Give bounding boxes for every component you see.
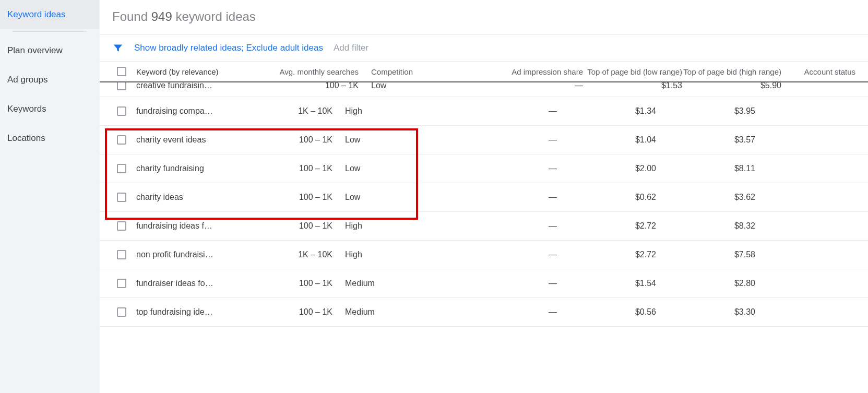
competition-cell: Medium xyxy=(332,279,437,288)
share-cell: — xyxy=(437,279,557,288)
keyword-cell: fundraiser ideas fo… xyxy=(134,279,228,288)
col-header-bid-high[interactable]: Top of page bid (high range) xyxy=(682,67,781,76)
competition-cell: Low xyxy=(332,135,437,145)
col-header-competition[interactable]: Competition xyxy=(359,67,463,76)
bid-high-cell: $7.58 xyxy=(656,250,755,259)
table-row[interactable]: charity ideas100 – 1KLow—$0.62$3.62 xyxy=(100,183,868,212)
row-checkbox[interactable] xyxy=(117,221,126,231)
bid-low-cell: $2.72 xyxy=(557,250,656,259)
sidebar-divider xyxy=(13,31,87,32)
searches-cell: 100 – 1K xyxy=(254,82,359,90)
table-row[interactable]: top fundraising ide…100 – 1KMedium—$0.56… xyxy=(100,298,868,327)
filter-bar: Show broadly related ideas; Exclude adul… xyxy=(100,34,868,62)
bid-high-cell: $3.95 xyxy=(656,106,755,116)
bid-low-cell: $0.56 xyxy=(557,307,656,317)
searches-cell: 100 – 1K xyxy=(228,164,332,173)
sidebar-item-keywords[interactable]: Keywords xyxy=(0,94,99,124)
row-checkbox[interactable] xyxy=(117,279,126,288)
competition-cell: High xyxy=(332,106,437,116)
sidebar-item-ad-groups[interactable]: Ad groups xyxy=(0,65,99,94)
searches-cell: 100 – 1K xyxy=(228,221,332,231)
share-cell: — xyxy=(437,221,557,231)
share-cell: — xyxy=(463,82,583,90)
row-checkbox[interactable] xyxy=(117,164,126,173)
keyword-cell: fundraising ideas f… xyxy=(134,221,228,231)
col-header-keyword[interactable]: Keyword (by relevance) xyxy=(134,67,254,76)
searches-cell: 100 – 1K xyxy=(228,193,332,202)
competition-cell: Low xyxy=(332,164,437,173)
table-row[interactable]: non profit fundraisi…1K – 10KHigh—$2.72$… xyxy=(100,241,868,269)
keyword-cell: charity event ideas xyxy=(134,135,228,145)
keyword-cell: creative fundraisin… xyxy=(134,82,254,90)
found-count: 949 xyxy=(151,9,172,23)
share-cell: — xyxy=(437,106,557,116)
row-checkbox[interactable] xyxy=(117,250,126,259)
row-checkbox[interactable] xyxy=(117,307,126,317)
col-header-account-status[interactable]: Account status xyxy=(781,67,855,76)
row-checkbox[interactable] xyxy=(117,135,126,145)
bid-low-cell: $1.04 xyxy=(557,135,656,145)
competition-cell: Low xyxy=(332,193,437,202)
searches-cell: 1K – 10K xyxy=(228,250,332,259)
col-header-impression-share[interactable]: Ad impression share xyxy=(463,67,583,76)
searches-cell: 100 – 1K xyxy=(228,135,332,145)
bid-high-cell: $8.32 xyxy=(656,221,755,231)
row-checkbox[interactable] xyxy=(117,82,126,90)
main-content: Found 949 keyword ideas Show broadly rel… xyxy=(99,0,868,393)
found-prefix: Found xyxy=(112,9,151,23)
bid-high-cell: $5.90 xyxy=(682,82,781,90)
filter-icon[interactable] xyxy=(112,42,124,54)
found-suffix: keyword ideas xyxy=(172,9,256,23)
share-cell: — xyxy=(437,193,557,202)
add-filter-button[interactable]: Add filter xyxy=(334,43,368,53)
select-all-cell xyxy=(109,67,134,76)
bid-high-cell: $2.80 xyxy=(656,279,755,288)
bid-low-cell: $1.54 xyxy=(557,279,656,288)
bid-high-cell: $3.62 xyxy=(656,193,755,202)
bid-high-cell: $3.57 xyxy=(656,135,755,145)
table-row[interactable]: fundraising compa…1K – 10KHigh—$1.34$3.9… xyxy=(100,97,868,126)
keyword-cell: top fundraising ide… xyxy=(134,307,228,317)
share-cell: — xyxy=(437,164,557,173)
sidebar-item-locations[interactable]: Locations xyxy=(0,124,99,153)
searches-cell: 1K – 10K xyxy=(228,106,332,116)
select-all-checkbox[interactable] xyxy=(117,67,126,76)
bid-high-cell: $3.30 xyxy=(656,307,755,317)
sidebar-item-plan-overview[interactable]: Plan overview xyxy=(0,36,99,65)
bid-low-cell: $1.53 xyxy=(583,82,682,90)
keyword-cell: fundraising compa… xyxy=(134,106,228,116)
bid-high-cell: $8.11 xyxy=(656,164,755,173)
table-header-row: Keyword (by relevance) Avg. monthly sear… xyxy=(100,62,868,82)
table-row[interactable]: charity event ideas100 – 1KLow—$1.04$3.5… xyxy=(100,126,868,154)
share-cell: — xyxy=(437,250,557,259)
share-cell: — xyxy=(437,135,557,145)
bid-low-cell: $2.72 xyxy=(557,221,656,231)
share-cell: — xyxy=(437,307,557,317)
competition-cell: Low xyxy=(359,82,463,90)
results-title: Found 949 keyword ideas xyxy=(100,0,868,34)
competition-cell: Medium xyxy=(332,307,437,317)
sidebar-item-keyword-ideas[interactable]: Keyword ideas xyxy=(0,0,99,29)
col-header-searches[interactable]: Avg. monthly searches xyxy=(254,67,359,76)
bid-low-cell: $0.62 xyxy=(557,193,656,202)
row-checkbox[interactable] xyxy=(117,106,126,116)
competition-cell: High xyxy=(332,221,437,231)
table-row[interactable]: fundraising ideas f…100 – 1KHigh—$2.72$8… xyxy=(100,212,868,241)
row-checkbox[interactable] xyxy=(117,193,126,202)
table-body[interactable]: creative fundraisin… 100 – 1K Low — $1.5… xyxy=(100,82,868,393)
bid-low-cell: $2.00 xyxy=(557,164,656,173)
keyword-cell: charity fundraising xyxy=(134,164,228,173)
sidebar: Keyword ideas Plan overview Ad groups Ke… xyxy=(0,0,99,393)
table-row[interactable]: fundraiser ideas fo…100 – 1KMedium—$1.54… xyxy=(100,269,868,298)
keyword-cell: non profit fundraisi… xyxy=(134,250,228,259)
searches-cell: 100 – 1K xyxy=(228,307,332,317)
bid-low-cell: $1.34 xyxy=(557,106,656,116)
table-row[interactable]: creative fundraisin… 100 – 1K Low — $1.5… xyxy=(100,82,868,97)
searches-cell: 100 – 1K xyxy=(228,279,332,288)
col-header-bid-low[interactable]: Top of page bid (low range) xyxy=(583,67,682,76)
table-row[interactable]: charity fundraising100 – 1KLow—$2.00$8.1… xyxy=(100,154,868,183)
competition-cell: High xyxy=(332,250,437,259)
active-filters-link[interactable]: Show broadly related ideas; Exclude adul… xyxy=(134,43,323,53)
keyword-cell: charity ideas xyxy=(134,193,228,202)
